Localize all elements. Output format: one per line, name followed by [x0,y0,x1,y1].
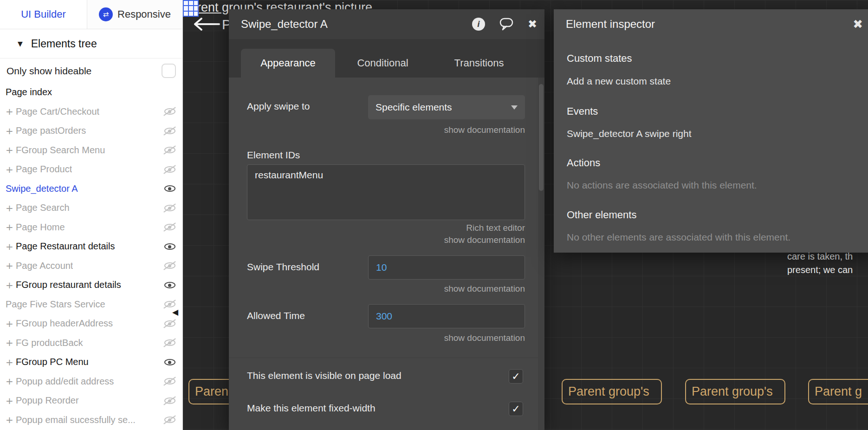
swipe-threshold-input[interactable]: 10 [368,255,525,280]
tree-item[interactable]: Page Cart/Checkout [0,102,182,122]
eye-hidden-icon[interactable] [163,164,176,175]
expand-plus-icon[interactable] [6,280,16,291]
expand-plus-icon[interactable] [6,414,16,425]
canvas-parent-group-element[interactable]: Parent group's [562,379,662,404]
sidebar-collapse-icon[interactable] [172,307,178,317]
tree-item[interactable]: Popup add/edit address [0,372,182,391]
hideable-filter-checkbox[interactable] [162,64,176,78]
tree-item[interactable]: Page Restaurant details [0,237,182,256]
tree-item[interactable]: Page Home [0,218,182,237]
tree-item[interactable]: FGroup PC Menu [0,352,182,372]
allowed-time-input[interactable]: 300 [368,304,525,328]
tree-item[interactable]: Popup email sucessfully se... [0,410,182,430]
close-icon[interactable] [528,18,537,31]
dropdown-selected-value: Specific elements [376,102,452,113]
eye-visible-icon[interactable] [163,183,176,194]
show-documentation-link[interactable]: show documentation [247,235,525,245]
tree-item[interactable]: Page pastOrders [0,121,182,141]
show-documentation-link[interactable]: show documentation [368,125,525,135]
apply-swipe-dropdown[interactable]: Specific elements [368,95,525,119]
add-custom-state-link[interactable]: Add a new custom state [567,76,671,87]
property-editor-title: Swipe_detector A [241,18,328,31]
tree-item-label: Page Five Stars Service [6,299,105,310]
tree-item[interactable]: Popup Reorder [0,391,182,410]
element-ids-label: Element IDs [247,150,300,161]
expand-plus-icon[interactable] [6,376,16,387]
eye-hidden-icon[interactable] [163,337,176,348]
tree-item[interactable]: FGroup headerAddress [0,314,182,333]
chevron-down-icon[interactable] [18,40,23,47]
tree-item[interactable]: Page Five Stars Service [0,295,182,314]
element-ids-textarea[interactable]: restaurantMenu [247,164,525,220]
panel-scrollbar[interactable] [538,78,544,430]
tree-item[interactable]: FG productBack [0,333,182,353]
event-item-swipe-right[interactable]: Swipe_detector A swipe right [567,128,692,139]
tab-label: Appearance [260,57,316,69]
canvas-element-label: Paren [195,384,228,399]
tree-item-label: Page Home [16,222,65,233]
eye-hidden-icon[interactable] [163,222,176,233]
eye-visible-icon[interactable] [163,357,176,368]
show-documentation-link[interactable]: show documentation [368,333,525,343]
expand-plus-icon[interactable] [6,337,16,348]
bubble-editor: rent group's restaurant's picture P Pare… [0,0,868,430]
info-icon[interactable] [472,18,485,31]
tab-appearance[interactable]: Appearance [241,49,335,78]
tree-item[interactable]: Page Product [0,160,182,179]
eye-hidden-icon[interactable] [163,106,176,117]
tree-item-label: FGroup headerAddress [16,318,113,329]
element-drag-handle-icon[interactable] [183,0,199,17]
tree-item[interactable]: FGroup restaurant details [0,275,182,295]
eye-hidden-icon[interactable] [163,144,176,156]
rich-text-editor-link[interactable]: Rich text editor [247,223,525,233]
eye-hidden-icon[interactable] [163,125,176,137]
elements-tree-sidebar: UI Builder Responsive Elements tree Only… [0,0,183,430]
visible-on-load-checkbox[interactable] [509,369,523,384]
eye-visible-icon[interactable] [163,241,176,252]
fixed-width-label: Make this element fixed-width [247,403,376,414]
expand-plus-icon[interactable] [6,164,16,175]
paragraph-line: present; we can [787,263,853,277]
tree-item-swipe-detector-selected[interactable]: Swipe_detector A [0,179,182,199]
expand-plus-icon[interactable] [6,318,16,329]
show-documentation-link[interactable]: show documentation [368,284,525,294]
tree-item[interactable]: FGroup Search Menu [0,141,182,160]
tab-responsive[interactable]: Responsive [87,0,182,29]
tree-item-label: Popup Reorder [16,395,79,406]
canvas-parent-group-element[interactable]: Parent g [808,379,868,404]
close-icon[interactable] [853,17,863,31]
back-arrow-icon[interactable] [191,16,222,33]
eye-hidden-icon[interactable] [163,395,176,406]
tab-conditional[interactable]: Conditional [335,49,430,78]
expand-plus-icon[interactable] [6,202,16,214]
tree-item[interactable]: Page Account [0,256,182,276]
element-inspector-header: Element inspector [554,9,868,39]
eye-hidden-icon[interactable] [163,202,176,214]
tree-item-label: Page pastOrders [16,125,86,136]
tab-transitions[interactable]: Transitions [430,49,528,78]
element-inspector-panel: Element inspector Custom states Add a ne… [554,9,868,253]
eye-hidden-icon[interactable] [163,260,176,271]
expand-plus-icon[interactable] [6,260,16,271]
expand-plus-icon[interactable] [6,395,16,406]
elements-tree-header[interactable]: Elements tree [0,29,182,59]
canvas-element-label: Parent g [815,384,862,399]
expand-plus-icon[interactable] [6,222,16,233]
expand-plus-icon[interactable] [6,106,16,117]
tree-item-page-index[interactable]: Page index [0,83,182,102]
expand-plus-icon[interactable] [6,125,16,137]
expand-plus-icon[interactable] [6,241,16,252]
eye-hidden-icon[interactable] [163,376,176,387]
scrollbar-thumb[interactable] [539,84,544,191]
comment-icon[interactable] [499,17,514,31]
tree-item[interactable]: Page Search [0,198,182,218]
tab-ui-builder[interactable]: UI Builder [0,0,87,29]
eye-hidden-icon[interactable] [163,318,176,329]
eye-hidden-icon[interactable] [163,414,176,425]
eye-visible-icon[interactable] [163,280,176,291]
expand-plus-icon[interactable] [6,357,16,368]
expand-plus-icon[interactable] [6,144,16,156]
property-editor-panel: Swipe_detector A Appearance Conditional … [229,9,544,430]
canvas-parent-group-element[interactable]: Parent group's [685,379,785,404]
fixed-width-checkbox[interactable] [509,402,523,416]
